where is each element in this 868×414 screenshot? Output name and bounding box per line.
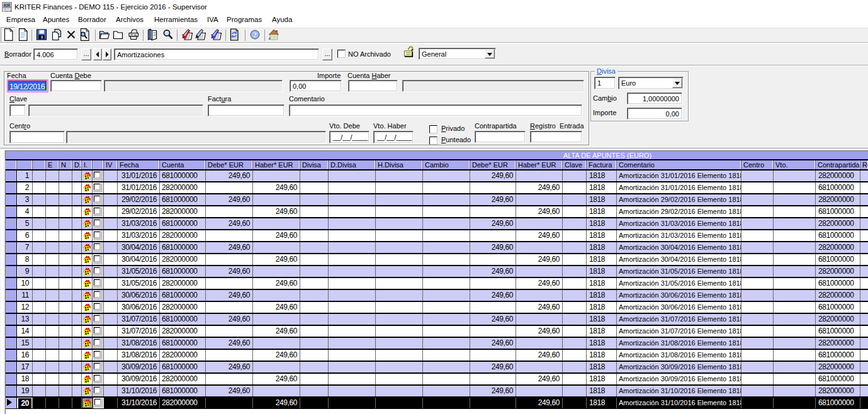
svg-text:KR: KR	[4, 3, 10, 8]
svg-text:?: ?	[253, 31, 257, 38]
svg-text:ERP: ERP	[3, 8, 11, 12]
